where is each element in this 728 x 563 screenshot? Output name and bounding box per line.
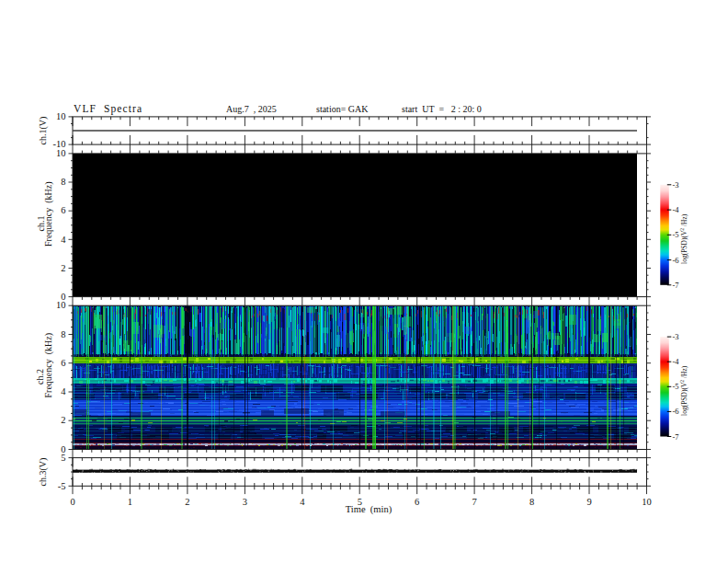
svg-text:10: 10 [56,148,66,158]
svg-text:6: 6 [61,205,65,215]
svg-text:1: 1 [128,497,132,507]
svg-text:-5: -5 [673,230,679,239]
svg-text:-6: -6 [673,256,679,265]
svg-text:ch.1(V): ch.1(V) [38,117,49,145]
svg-text:0: 0 [70,497,74,507]
svg-text:2: 2 [185,497,189,507]
svg-text:10: 10 [56,111,66,121]
svg-text:-6: -6 [673,407,679,416]
svg-text:log(PSD)(V2 /Hz): log(PSD)(V2 /Hz) [679,365,688,416]
svg-text:10: 10 [642,497,652,507]
svg-text:ch.3(V): ch.3(V) [38,458,49,487]
svg-text:6: 6 [61,358,65,368]
svg-text:Frequency (kHz): Frequency (kHz) [44,333,55,398]
svg-text:-4: -4 [673,205,680,214]
svg-text:-5: -5 [58,481,66,491]
svg-text:10: 10 [56,300,66,310]
svg-text:4: 4 [61,235,66,245]
svg-text:station= GAK: station= GAK [316,104,369,114]
svg-text:7: 7 [472,497,477,507]
svg-text:Time (min): Time (min) [346,504,392,515]
svg-text:5: 5 [61,453,65,463]
svg-text:2: 2 [61,263,65,273]
svg-text:9: 9 [586,497,591,507]
svg-text:VLF Spectra: VLF Spectra [74,103,142,115]
svg-text:-7: -7 [673,432,679,442]
svg-text:6: 6 [415,497,419,507]
svg-text:-7: -7 [673,281,679,290]
svg-text:Aug.7 , 2025: Aug.7 , 2025 [226,104,277,114]
svg-text:start UT = 2 : 20: 0: start UT = 2 : 20: 0 [402,104,482,114]
svg-text:8: 8 [529,497,534,507]
svg-text:4: 4 [300,497,305,507]
svg-text:2: 2 [61,415,65,425]
svg-text:4: 4 [61,386,66,396]
svg-text:-4: -4 [673,357,680,366]
svg-text:3: 3 [243,497,247,507]
svg-text:-3: -3 [673,180,679,190]
svg-text:log(PSD)(V2 /Hz): log(PSD)(V2 /Hz) [679,213,688,264]
svg-text:-5: -5 [673,382,679,391]
svg-text:8: 8 [61,177,65,187]
svg-text:Frequency (kHz): Frequency (kHz) [44,181,55,247]
svg-text:8: 8 [61,329,65,339]
svg-text:-3: -3 [673,332,679,341]
